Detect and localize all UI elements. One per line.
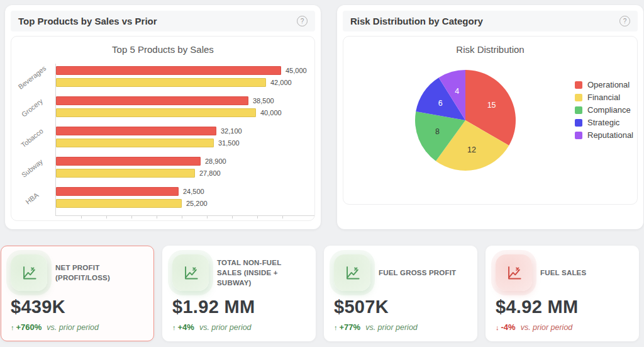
bar-category-label: HBA — [15, 184, 50, 213]
kpi-card-1[interactable]: TOTAL NON-FUEL SALES (INSIDE + SUBWAY)$1… — [162, 246, 316, 341]
axis-tick — [257, 216, 258, 219]
chart-line-icon — [172, 254, 209, 291]
kpi-change-period: vs. prior period — [47, 323, 99, 332]
bar-category-label: Beverages — [15, 63, 50, 92]
bar-sales-tobacco[interactable] — [56, 127, 216, 135]
kpi-change: ↓-4%vs. prior period — [496, 322, 629, 332]
bar-prior-subway[interactable] — [56, 169, 195, 178]
legend-swatch — [575, 81, 582, 89]
pie-slice-value: 15 — [487, 101, 496, 110]
chart-line-icon — [11, 254, 47, 291]
kpi-row: NET PROFIT (PROFIT/LOSS)$439K↑+760%vs. p… — [0, 229, 644, 341]
kpi-header: NET PROFIT (PROFIT/LOSS) — [11, 254, 144, 291]
pie-chart: 1512864 — [413, 67, 518, 173]
card-title: Risk Distribution by Category — [350, 16, 483, 26]
kpi-title: FUEL GROSS PROFIT — [379, 268, 456, 278]
kpi-header: FUEL SALES — [496, 254, 629, 291]
kpi-change-percent: +4% — [178, 322, 194, 332]
pie-slice-value: 4 — [455, 87, 459, 96]
bar-value-label: 42,000 — [270, 78, 292, 87]
legend-item-operational[interactable]: Operational — [575, 80, 633, 89]
legend-swatch — [575, 106, 582, 114]
kpi-value: $1.92 MM — [172, 297, 306, 317]
bar-value-label: 40,000 — [260, 108, 282, 117]
kpi-title: FUEL SALES — [540, 268, 586, 278]
arrow-up-icon: ↑ — [11, 324, 14, 331]
axis-tick — [282, 216, 283, 219]
axis-tick — [182, 216, 182, 219]
charts-row: Top Products by Sales vs Prior ? Top 5 P… — [0, 0, 644, 229]
help-icon[interactable]: ? — [619, 16, 630, 26]
kpi-value: $439K — [11, 297, 144, 317]
bar-prior-hba[interactable] — [56, 199, 182, 208]
kpi-change: ↑+760%vs. prior period — [11, 322, 144, 332]
kpi-change: ↑+4%vs. prior period — [172, 322, 306, 332]
bar-value-label: 31,500 — [218, 139, 240, 147]
bar-sales-hba[interactable] — [56, 187, 179, 196]
legend-label: Reputational — [587, 130, 633, 140]
pie-legend: OperationalFinancialComplianceStrategicR… — [575, 80, 633, 143]
legend-swatch — [575, 132, 582, 139]
bar-chart: Beverages45,00042,000Grocery38,50040,000… — [55, 64, 311, 216]
kpi-title: TOTAL NON-FUEL SALES (INSIDE + SUBWAY) — [217, 258, 306, 288]
axis-tick — [81, 216, 82, 219]
bar-sales-grocery[interactable] — [56, 96, 248, 105]
kpi-change: ↑+77%vs. prior period — [334, 322, 467, 332]
legend-swatch — [575, 119, 582, 127]
chart-line-icon — [334, 254, 370, 291]
kpi-card-0[interactable]: NET PROFIT (PROFIT/LOSS)$439K↑+760%vs. p… — [1, 246, 154, 341]
bar-prior-tobacco[interactable] — [56, 139, 214, 147]
legend-label: Financial — [587, 93, 620, 102]
card-risk-distribution: Risk Distribution by Category ? Risk Dis… — [337, 5, 643, 229]
bar-chart-title: Top 5 Products by Sales — [15, 44, 311, 55]
bar-sales-beverages[interactable] — [56, 66, 281, 75]
card-title: Top Products by Sales vs Prior — [18, 16, 157, 26]
axis-tick — [232, 216, 233, 219]
pie-chart-panel: Risk Distribution 1512864 OperationalFin… — [343, 36, 638, 205]
kpi-title: NET PROFIT (PROFIT/LOSS) — [55, 263, 144, 283]
legend-label: Operational — [587, 80, 630, 89]
legend-item-strategic[interactable]: Strategic — [575, 118, 633, 127]
card-top-products-header: Top Products by Sales vs Prior ? — [11, 11, 315, 31]
kpi-value: $4.92 MM — [496, 297, 629, 317]
kpi-change-period: vs. prior period — [521, 323, 573, 332]
bar-prior-beverages[interactable] — [56, 78, 266, 87]
axis-tick — [157, 216, 157, 219]
legend-item-financial[interactable]: Financial — [575, 93, 633, 102]
bar-value-label: 28,900 — [205, 157, 226, 166]
pie-slice-value: 6 — [438, 99, 443, 108]
bar-value-label: 32,100 — [221, 127, 242, 135]
bar-category-label: Tobacco — [15, 123, 50, 152]
kpi-change-percent: -4% — [501, 322, 516, 332]
legend-swatch — [575, 94, 582, 101]
axis-tick — [131, 216, 132, 219]
chart-line-icon — [496, 254, 532, 291]
pie-chart-title: Risk Distribution — [347, 44, 633, 55]
legend-item-compliance[interactable]: Compliance — [575, 105, 633, 115]
kpi-card-3[interactable]: FUEL SALES$4.92 MM↓-4%vs. prior period — [486, 246, 639, 341]
bar-sales-subway[interactable] — [56, 157, 201, 166]
bar-category-label: Grocery — [15, 93, 50, 122]
card-top-products: Top Products by Sales vs Prior ? Top 5 P… — [5, 5, 321, 229]
kpi-change-period: vs. prior period — [365, 323, 418, 332]
kpi-card-2[interactable]: FUEL GROSS PROFIT$507K↑+77%vs. prior per… — [324, 246, 477, 341]
kpi-value: $507K — [334, 297, 467, 317]
card-risk-header: Risk Distribution by Category ? — [343, 11, 638, 31]
bar-value-label: 24,500 — [183, 187, 204, 196]
help-icon[interactable]: ? — [297, 16, 308, 26]
kpi-change-percent: +760% — [16, 322, 42, 332]
bar-category-label: Subway — [15, 154, 50, 183]
legend-label: Strategic — [587, 118, 619, 127]
pie-slice-value: 8 — [435, 127, 440, 136]
bar-x-axis — [56, 215, 314, 216]
pie-slice-value: 12 — [467, 145, 476, 154]
arrow-up-icon: ↑ — [172, 324, 176, 331]
pie-chart-area: 1512864 OperationalFinancialComplianceSt… — [347, 64, 633, 173]
bar-prior-grocery[interactable] — [56, 108, 256, 117]
legend-label: Compliance — [587, 105, 631, 115]
kpi-header: TOTAL NON-FUEL SALES (INSIDE + SUBWAY) — [172, 254, 306, 291]
kpi-change-period: vs. prior period — [199, 323, 252, 332]
legend-item-reputational[interactable]: Reputational — [575, 130, 633, 140]
bar-value-label: 25,200 — [186, 199, 208, 208]
kpi-change-percent: +77% — [340, 322, 361, 332]
